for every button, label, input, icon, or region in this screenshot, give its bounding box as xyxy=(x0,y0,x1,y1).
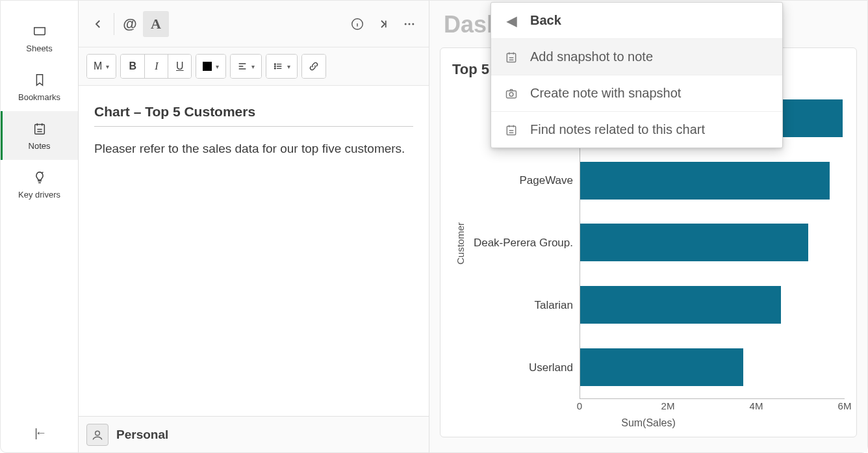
context-menu: ◀ Back Add snapshot to note Create note … xyxy=(491,2,783,148)
chevron-left-icon: ◀ xyxy=(504,14,518,28)
notes-icon xyxy=(504,50,518,64)
chart-xticks: 02M4M6M xyxy=(580,399,845,415)
notes-icon xyxy=(504,123,518,137)
sidebar-label-sheets: Sheets xyxy=(26,44,52,53)
sidebar-label-keydrivers: Key drivers xyxy=(18,190,60,200)
svg-point-6 xyxy=(275,66,276,67)
heading-size-label: M xyxy=(94,60,102,72)
menu-find-notes-label: Find notes related to this chart xyxy=(530,122,705,137)
svg-point-8 xyxy=(96,431,100,435)
chart-tick: 4M xyxy=(750,400,763,411)
avatar-icon xyxy=(86,424,108,446)
go-end-button[interactable] xyxy=(370,11,396,37)
svg-rect-10 xyxy=(507,90,517,97)
notes-icon xyxy=(32,122,47,136)
separator xyxy=(114,13,114,35)
menu-create-note[interactable]: Create note with snapshot xyxy=(491,75,782,112)
camera-icon xyxy=(504,86,518,101)
more-button[interactable] xyxy=(396,11,422,37)
sidebar-item-notes[interactable]: Notes xyxy=(1,111,78,160)
chart-tick: 0 xyxy=(577,400,582,411)
notes-panel: @ A M▾ B I U ▾ xyxy=(79,1,429,452)
menu-back[interactable]: ◀ Back xyxy=(491,3,782,39)
menu-create-note-label: Create note with snapshot xyxy=(530,86,681,101)
sidebar-label-notes: Notes xyxy=(29,141,51,151)
note-body: Pleaser refer to the sales data for our … xyxy=(94,140,413,159)
sheet-icon xyxy=(32,24,47,38)
svg-point-5 xyxy=(275,64,276,65)
format-button[interactable]: A xyxy=(143,11,169,37)
alignment-select[interactable]: ▾ xyxy=(231,55,261,78)
sidebar-label-bookmarks: Bookmarks xyxy=(18,92,60,102)
sidebar-item-keydrivers[interactable]: Key drivers xyxy=(1,160,78,209)
chart-category-label: Deak-Perera Group. xyxy=(474,237,573,250)
bookmark-icon xyxy=(32,73,47,87)
note-editor[interactable]: Chart – Top 5 Customers Pleaser refer to… xyxy=(79,86,429,416)
svg-point-11 xyxy=(509,92,513,96)
heading-size-select[interactable]: M▾ xyxy=(87,55,116,78)
italic-button[interactable]: I xyxy=(144,55,168,78)
chart-ylabel: Customer xyxy=(455,222,466,264)
collapse-left-icon[interactable]: |← xyxy=(33,426,46,439)
chart-category-label: Userland xyxy=(529,361,573,374)
chart-bar[interactable] xyxy=(580,348,743,386)
menu-add-snapshot-label: Add snapshot to note xyxy=(530,49,653,64)
chart-xlabel: Sum(Sales) xyxy=(452,417,845,429)
underline-button[interactable]: U xyxy=(168,55,191,78)
back-button[interactable] xyxy=(85,11,111,37)
chart-bar[interactable] xyxy=(580,224,808,261)
lightbulb-icon xyxy=(32,170,47,185)
link-button[interactable] xyxy=(302,55,326,78)
note-title: Chart – Top 5 Customers xyxy=(94,104,413,127)
menu-back-label: Back xyxy=(530,13,561,28)
chart-bar[interactable] xyxy=(580,286,781,324)
menu-find-notes[interactable]: Find notes related to this chart xyxy=(491,112,782,148)
sidebar-item-sheets[interactable]: Sheets xyxy=(1,14,78,62)
text-color-select[interactable]: ▾ xyxy=(196,55,225,78)
bold-button[interactable]: B xyxy=(121,55,144,78)
sidebar-item-bookmarks[interactable]: Bookmarks xyxy=(1,62,78,111)
menu-add-snapshot[interactable]: Add snapshot to note xyxy=(491,39,782,75)
color-swatch xyxy=(203,62,212,71)
svg-point-7 xyxy=(275,68,276,70)
info-button[interactable] xyxy=(344,11,370,37)
notes-footer: Personal xyxy=(79,416,429,452)
sidebar: Sheets Bookmarks Notes Key drivers |← xyxy=(1,1,79,452)
mention-button[interactable]: @ xyxy=(117,11,143,37)
notes-header: @ A xyxy=(79,1,429,47)
list-select[interactable]: ▾ xyxy=(266,55,297,78)
note-owner: Personal xyxy=(116,428,168,442)
svg-point-3 xyxy=(409,23,411,25)
svg-point-2 xyxy=(405,23,407,25)
chart-bar[interactable] xyxy=(580,162,830,200)
formatting-toolbar: M▾ B I U ▾ ▾ ▾ xyxy=(79,47,429,86)
svg-point-4 xyxy=(412,23,414,25)
dashboard-panel: Dashboard Top 5 Customers Customer Parac… xyxy=(429,1,867,452)
chart-category-label: Talarian xyxy=(534,299,573,312)
chart-category-label: PageWave xyxy=(519,174,573,187)
chart-tick: 2M xyxy=(661,400,675,411)
chart-tick: 6M xyxy=(838,400,852,411)
